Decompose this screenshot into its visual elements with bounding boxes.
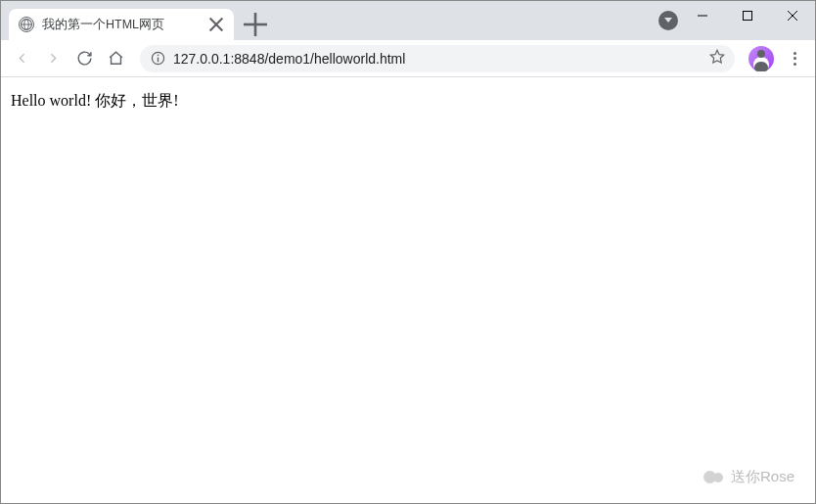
page-content: Hello world! 你好，世界! (1, 77, 815, 125)
window-controls (680, 1, 815, 30)
new-tab-button[interactable] (242, 11, 269, 38)
wechat-icon (703, 467, 723, 486)
url-input[interactable] (173, 51, 702, 67)
close-window-button[interactable] (770, 1, 815, 30)
incognito-indicator-icon[interactable] (658, 11, 678, 30)
profile-avatar[interactable] (748, 46, 774, 71)
page-body-text: Hello world! 你好，世界! (11, 92, 179, 109)
browser-titlebar: 我的第一个HTML网页 (1, 1, 815, 40)
bookmark-star-icon[interactable] (709, 49, 725, 68)
tab-title: 我的第一个HTML网页 (42, 17, 201, 33)
site-info-icon[interactable] (150, 51, 165, 67)
browser-tab[interactable]: 我的第一个HTML网页 (9, 9, 234, 40)
maximize-button[interactable] (725, 1, 770, 30)
close-tab-icon[interactable] (208, 17, 224, 32)
back-button[interactable] (7, 44, 36, 73)
globe-icon (19, 17, 34, 32)
browser-menu-button[interactable] (780, 44, 809, 73)
reload-button[interactable] (69, 44, 99, 73)
watermark-text: 送你Rose (731, 468, 794, 486)
svg-marker-7 (664, 18, 672, 23)
minimize-button[interactable] (680, 1, 725, 30)
address-bar[interactable] (140, 45, 735, 72)
svg-marker-15 (710, 50, 723, 63)
browser-toolbar (1, 40, 815, 77)
home-button[interactable] (101, 44, 130, 73)
watermark: 送你Rose (703, 467, 794, 486)
svg-rect-9 (744, 12, 752, 21)
forward-button[interactable] (38, 44, 68, 73)
svg-point-14 (157, 54, 159, 56)
